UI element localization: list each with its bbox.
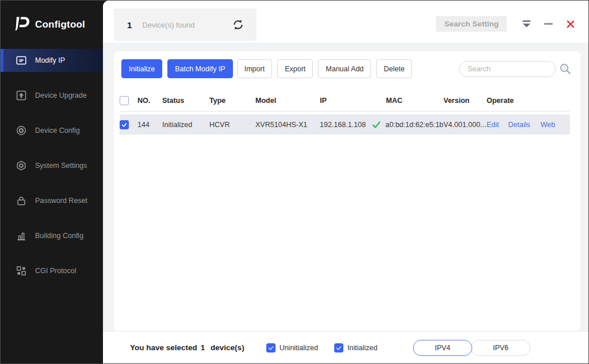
col-mac: MAC — [372, 97, 443, 105]
col-status: Status — [162, 97, 209, 105]
table-row[interactable]: 144 Initialized HCVR XVR5104HS-X1 192.16… — [120, 114, 570, 135]
bar-chart-icon — [16, 231, 26, 241]
device-table: NO. Status Type Model IP MAC Version Ope… — [114, 90, 580, 135]
close-icon[interactable] — [567, 20, 575, 28]
refresh-icon[interactable] — [232, 19, 244, 30]
upgrade-arrow-icon — [16, 90, 26, 101]
mac-address: a0:bd:1d:62:e5:1b — [385, 121, 443, 129]
initialize-button[interactable]: Initialize — [121, 59, 162, 78]
sidebar-item-label: Device Config — [35, 127, 80, 135]
batch-modify-ip-button[interactable]: Batch Modify IP — [167, 59, 233, 78]
sidebar-item-cgi-protocol[interactable]: CGI Protocol — [1, 259, 103, 282]
configtool-window: Configtool IP Modify IP — [0, 0, 589, 364]
col-operate: Operate — [487, 97, 570, 105]
cell-status: Initialized — [162, 121, 209, 129]
details-link[interactable]: Details — [508, 121, 530, 129]
edit-link[interactable]: Edit — [487, 121, 499, 129]
device-count: 1 — [127, 20, 132, 30]
topbar: 1 Device(s) found Search Setting — [103, 1, 588, 43]
sidebar-item-label: Building Config — [35, 232, 83, 240]
sidebar-item-password-reset[interactable]: Password Reset — [1, 189, 103, 212]
ip-version-tabs: IPV4 IPV6 — [413, 340, 530, 356]
select-all-checkbox[interactable] — [120, 96, 129, 105]
main-area: 1 Device(s) found Search Setting — [103, 1, 588, 363]
col-model: Model — [255, 97, 320, 105]
footer-bar: You have selected1 device(s) Uninitializ… — [103, 331, 588, 363]
device-list-card: Initialize Batch Modify IP Import Export… — [114, 51, 580, 331]
delete-button[interactable]: Delete — [376, 59, 412, 78]
cell-type: HCVR — [209, 121, 255, 129]
sidebar-item-modify-ip[interactable]: IP Modify IP — [1, 49, 103, 72]
cell-version: V4.001.000... — [443, 121, 487, 129]
search-magnifier-icon[interactable] — [559, 63, 571, 75]
sidebar-item-device-upgrade[interactable]: Device Upgrade — [1, 84, 103, 107]
sidebar-item-system-settings[interactable]: System Settings — [1, 154, 103, 177]
selection-prefix: You have selected — [130, 343, 197, 352]
sidebar-item-label: Password Reset — [35, 197, 87, 205]
cell-mac: a0:bd:1d:62:e5:1b — [372, 120, 443, 129]
sidebar-item-building-config[interactable]: Building Config — [1, 224, 103, 247]
dropdown-caret-icon[interactable] — [522, 20, 531, 28]
device-found-label: Device(s) found — [142, 21, 194, 29]
import-button[interactable]: Import — [237, 59, 272, 78]
col-type: Type — [209, 97, 255, 105]
search-setting-button[interactable]: Search Setting — [436, 16, 507, 32]
col-ip: IP — [320, 97, 372, 105]
sidebar-item-label: Modify IP — [35, 56, 65, 64]
dahua-d-logo-icon — [12, 16, 30, 34]
filter-initialized: Initialized — [334, 343, 377, 352]
target-circles-icon — [16, 125, 26, 136]
sidebar: Configtool IP Modify IP — [1, 1, 103, 363]
svg-text:IP: IP — [19, 58, 24, 63]
minimize-icon[interactable] — [544, 23, 553, 25]
sidebar-item-label: CGI Protocol — [35, 267, 77, 275]
web-link[interactable]: Web — [541, 121, 555, 129]
green-check-icon — [372, 120, 381, 129]
cell-ip: 192.168.1.108 — [320, 121, 372, 129]
window-controls: Search Setting — [436, 5, 575, 43]
export-button[interactable]: Export — [277, 59, 313, 78]
uninitialized-label: Uninitialized — [280, 344, 318, 352]
uninitialized-checkbox[interactable] — [266, 343, 276, 352]
selection-count: 1 — [201, 343, 205, 352]
initialized-label: Initialized — [347, 344, 377, 352]
gear-icon — [16, 160, 26, 171]
initialized-checkbox[interactable] — [334, 343, 343, 352]
ipv4-tab[interactable]: IPV4 — [413, 340, 472, 356]
cell-model: XVR5104HS-X1 — [255, 121, 320, 129]
app-logo: Configtool — [1, 1, 103, 49]
cell-no: 144 — [137, 121, 162, 129]
sidebar-item-label: System Settings — [35, 162, 87, 170]
col-version: Version — [443, 97, 487, 105]
grid-squares-icon — [16, 266, 26, 276]
selection-summary: You have selected1 device(s) — [130, 343, 244, 352]
device-found-panel: 1 Device(s) found — [114, 9, 257, 41]
table-header-row: NO. Status Type Model IP MAC Version Ope… — [120, 90, 570, 112]
filter-uninitialized: Uninitialized — [266, 343, 318, 352]
toolbar: Initialize Batch Modify IP Import Export… — [114, 51, 580, 78]
row-checkbox[interactable] — [120, 120, 129, 129]
col-no: NO. — [137, 97, 162, 105]
cell-operate: Edit Details Web — [487, 121, 570, 129]
selection-suffix: device(s) — [211, 343, 244, 352]
lock-icon — [16, 196, 26, 206]
ip-badge-icon: IP — [16, 55, 26, 66]
sidebar-item-device-config[interactable]: Device Config — [1, 119, 103, 142]
ipv6-tab[interactable]: IPV6 — [471, 340, 530, 356]
app-title: Configtool — [35, 19, 85, 30]
search-input[interactable] — [459, 61, 556, 77]
sidebar-item-label: Device Upgrade — [35, 91, 87, 99]
sidebar-nav: IP Modify IP Device Upgrade — [1, 49, 103, 282]
manual-add-button[interactable]: Manual Add — [318, 59, 371, 78]
